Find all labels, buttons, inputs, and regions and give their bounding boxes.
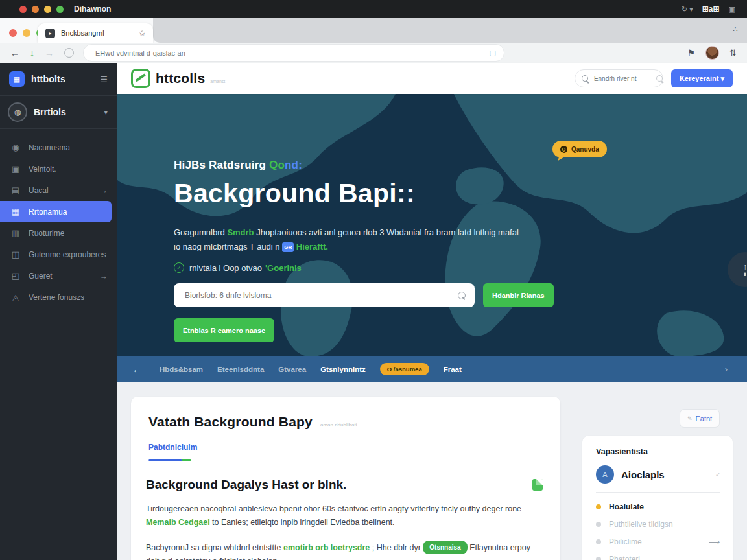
list-item-label: Hoalulate [609, 502, 644, 511]
edit-button[interactable]: ✎ Eatnt [680, 409, 720, 428]
sidebar-item[interactable]: ▥ Ruoturime [0, 222, 117, 244]
gallery-icon: ◫ [10, 250, 21, 259]
bookmark-icon[interactable]: ▢ [490, 49, 496, 57]
header-search-input[interactable] [593, 75, 650, 83]
url-input[interactable] [94, 49, 490, 58]
menubar-control-center-icon[interactable]: ▣ [729, 5, 735, 14]
list-item-label: Phatoterl [609, 555, 640, 560]
menubar-clock[interactable]: ⊞a⊞ [702, 5, 720, 14]
minimize-window-icon[interactable] [23, 29, 30, 37]
tab-title: Bnckbsangrnl [61, 29, 104, 37]
briefcase-icon: ▦ [10, 207, 21, 216]
list-item[interactable]: Puthtlielive tildigsn [596, 515, 720, 533]
hero-search-input[interactable] [184, 290, 458, 301]
forward-icon[interactable]: → [45, 48, 54, 58]
article-paragraph: BacbyronnJ sa digna whtdnrl etntsttte em… [146, 541, 543, 560]
red-dot-icon [19, 6, 27, 13]
site-header: httcolls amanst Kereyeraint ▾ [117, 63, 747, 94]
share-icon: ◬ [10, 292, 21, 302]
header-search[interactable] [575, 69, 663, 88]
sidebar-item[interactable]: ▤ Uacal → [0, 180, 117, 201]
article-title: Vatath Background Bapy [148, 414, 313, 430]
list-item[interactable]: Pbiliclime ⟶ [596, 533, 720, 550]
subnav-tab[interactable]: Eteenlsddnta [217, 366, 264, 373]
browser-profile-avatar[interactable] [706, 46, 719, 60]
address-bar[interactable]: ▢ [83, 44, 504, 62]
sidebar-item-label: Rrtonamua [29, 207, 67, 216]
sidebar-item[interactable]: ▣ Veintoit. [0, 158, 117, 180]
user-icon: ◉ [10, 143, 21, 152]
arrow-right-icon: ⟶ [709, 537, 720, 546]
subnav-highlight-pill[interactable]: O /asnumea [380, 363, 429, 375]
sidebar-item-label: Ruoturime [29, 229, 64, 238]
bullet-dot-icon [596, 504, 601, 509]
search-clear-icon[interactable] [656, 75, 663, 82]
close-window-icon[interactable] [9, 29, 17, 37]
paragraph-link[interactable]: Memalb Cedgael [146, 518, 210, 527]
list-item[interactable]: Phatoterl [596, 550, 720, 560]
hero-checkline: ✓ rnlvtaia i Oop otvao 'Goerinis [174, 262, 302, 273]
browser-toolbar: ← ↓ → ▢ ⚑ ⇅ [0, 43, 747, 63]
hero-desc-link[interactable]: Smdrb [227, 228, 254, 237]
sidebar-brand[interactable]: ▦ httbolts ☰ [0, 63, 117, 96]
paragraph-link[interactable]: emotirb orb loetrysdre [283, 543, 370, 552]
orange-dot-icon [32, 6, 39, 13]
menubar-status-icons[interactable]: ↻ ▾ [682, 5, 693, 14]
article-heading: Background Dagalys Hast or bink. [146, 478, 346, 492]
search-icon [582, 75, 588, 82]
chat-bubble-icon: Q [560, 146, 567, 153]
check-circle-icon: ✓ [174, 262, 184, 273]
subnav-tab[interactable]: Hbds&bsam [160, 366, 203, 373]
sub-navigation: ← Hbds&bsam Eteenlsddnta Gtvarea Gtsniyn… [117, 356, 747, 382]
paragraph-text: ; Hhe dblr dyr [370, 543, 423, 552]
sidebar-item-label: Nacuriusma [29, 143, 70, 152]
subnav-back-icon[interactable]: ← [132, 364, 141, 375]
reload-icon[interactable] [64, 48, 74, 58]
hero-search-box[interactable] [174, 283, 475, 307]
browser-tab[interactable]: ▸ Bnckbsangrnl ✩ [38, 23, 153, 43]
scroll-top-sub-icon: ▮ [744, 272, 746, 277]
brand-logo-icon: ▦ [9, 71, 25, 87]
extension-icon[interactable]: ⚑ [687, 48, 695, 58]
profile-name: Brrtiols [34, 107, 66, 117]
hero-check-link[interactable]: 'Goerinis [265, 263, 302, 273]
sidebar-item[interactable]: ◉ Nacuriusma [0, 137, 117, 158]
tab-strip-menu-icon[interactable]: ∴ [733, 25, 738, 34]
chevron-down-icon[interactable]: ▾ [104, 108, 108, 117]
sidebar-item[interactable]: ◫ Gutenme exprouberes [0, 244, 117, 265]
subnav-tab-active[interactable]: Gtsniynnintz [320, 366, 366, 373]
download-icon[interactable]: ↓ [30, 48, 34, 58]
menubar-app-name[interactable]: Dihawnon [74, 5, 111, 14]
site-logo[interactable]: httcolls amanst [131, 69, 225, 88]
document-green-icon [532, 479, 543, 491]
subnav-next-icon[interactable]: › [725, 364, 728, 374]
article-card: Vatath Background Bapy aman ridublibati … [131, 397, 560, 560]
subnav-tab[interactable]: Fraat [444, 366, 462, 373]
aside-profile[interactable]: A Aioclapls ✓ [596, 465, 721, 484]
subnav-tab[interactable]: Gtvarea [278, 366, 306, 373]
header-cta-button[interactable]: Kereyeraint ▾ [671, 69, 733, 88]
site-logo-icon [131, 69, 150, 88]
browser-menu-icon[interactable]: ⇅ [729, 48, 737, 58]
hamburger-icon[interactable]: ☰ [100, 75, 108, 84]
green-dot-icon [56, 6, 64, 13]
hero-search-button[interactable]: Hdanblr Rlanas [483, 283, 554, 307]
chat-bubble-badge[interactable]: Q Qanuvda [552, 141, 607, 158]
card-icon: ▥ [10, 228, 21, 238]
tab-pin-icon[interactable]: ✩ [139, 29, 145, 38]
gr-badge-icon: GR [282, 242, 294, 252]
sidebar-item-label: Uacal [29, 186, 49, 195]
list-item[interactable]: Hoalulate [596, 498, 720, 515]
hero-description: Goagumnlbrd Smdrb Jhoptaoiuoos avti anl … [174, 226, 527, 254]
sidebar-item[interactable]: ◬ Vertene fonuszs [0, 286, 117, 308]
sidebar-profile[interactable]: ◍ Brrtiols ▾ [0, 96, 117, 129]
macos-menu-bar: Dihawnon ↻ ▾ ⊞a⊞ ▣ [0, 0, 747, 18]
sidebar-item-selected[interactable]: ▦ Rrtonamua [0, 201, 112, 222]
hero-cta-button[interactable]: Etnbias R camero naasc [174, 318, 274, 342]
sidebar-item[interactable]: ◰ Gueret → [0, 265, 117, 286]
sidebar-item-label: Gutenme exprouberes [29, 250, 106, 259]
back-icon[interactable]: ← [10, 48, 19, 58]
aside-edit-icon[interactable]: ✓ [715, 471, 721, 479]
hero-desc-link[interactable]: Hieraftt. [294, 242, 328, 251]
article-tab[interactable]: Pabtdnicluim [148, 443, 560, 452]
